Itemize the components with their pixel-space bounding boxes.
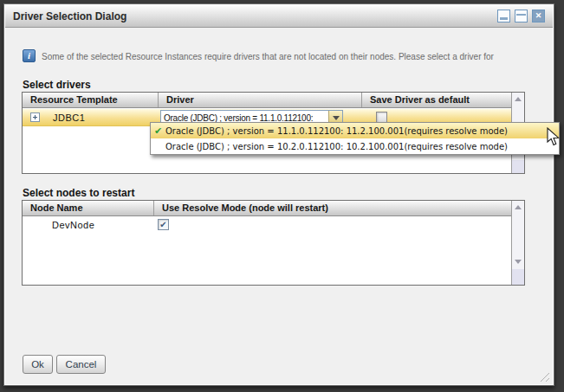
expand-plus-icon[interactable] — [30, 112, 40, 122]
screen-backdrop: Driver Selection Dialog i Some of the se… — [0, 0, 564, 392]
dropdown-option-1[interactable]: Oracle (JDBC) ; version = 11.1.0.112100:… — [151, 123, 559, 138]
scrollbar-filler — [512, 160, 524, 173]
dropdown-option-2[interactable]: Oracle (JDBC) ; version = 10.2.0.112100:… — [151, 138, 559, 154]
info-banner: i Some of the selected Resource Instance… — [23, 49, 541, 62]
minimize-icon[interactable] — [497, 10, 510, 22]
dialog-titlebar[interactable]: Driver Selection Dialog — [5, 5, 553, 28]
selected-check-icon — [151, 125, 165, 137]
column-header-node-name[interactable]: Node Name — [23, 201, 154, 215]
dialog-title: Driver Selection Dialog — [13, 10, 126, 22]
nodes-table: Node Name Use Resolve Mode (node will re… — [22, 200, 525, 286]
column-header-save-driver-default[interactable]: Save Driver as default — [362, 93, 511, 107]
dropdown-option-label: Oracle (JDBC) ; version = 10.2.0.112100:… — [165, 142, 508, 151]
nodes-table-scrollbar[interactable] — [511, 201, 524, 285]
column-header-driver[interactable]: Driver — [159, 93, 362, 107]
dropdown-option-label: Oracle (JDBC) ; version = 11.1.0.112100:… — [165, 126, 508, 136]
info-icon: i — [23, 49, 36, 62]
column-header-resource-template[interactable]: Resource Template — [23, 93, 159, 107]
driver-dropdown-list: Oracle (JDBC) ; version = 11.1.0.112100:… — [150, 122, 560, 155]
mouse-cursor-icon — [547, 127, 560, 147]
column-header-use-resolve-mode[interactable]: Use Resolve Mode (node will restart) — [154, 201, 511, 215]
nodes-table-header: Node Name Use Resolve Mode (node will re… — [23, 201, 511, 216]
close-icon[interactable] — [532, 10, 545, 22]
node-name-value: DevNode — [52, 220, 94, 230]
scrollbar-up-icon[interactable] — [512, 202, 524, 214]
window-controls — [497, 10, 545, 22]
ok-button[interactable]: Ok — [23, 355, 53, 374]
select-drivers-label: Select drivers — [23, 79, 91, 91]
use-resolve-mode-checkbox[interactable] — [158, 219, 169, 230]
drivers-table-header: Resource Template Driver Save Driver as … — [23, 93, 511, 108]
cancel-button[interactable]: Cancel — [56, 355, 106, 374]
resize-grip[interactable] — [538, 370, 549, 382]
info-message: Some of the selected Resource Instances … — [42, 49, 494, 62]
restore-icon[interactable] — [515, 10, 528, 22]
scrollbar-down-icon[interactable] — [512, 255, 524, 267]
scrollbar-up-icon[interactable] — [512, 93, 524, 106]
scrollbar-filler — [512, 269, 524, 285]
select-nodes-label: Select nodes to restart — [23, 187, 134, 199]
table-row-devnode[interactable]: DevNode — [23, 217, 511, 233]
resource-template-value: JDBC1 — [53, 112, 85, 123]
driver-selection-dialog: Driver Selection Dialog i Some of the se… — [3, 3, 554, 386]
